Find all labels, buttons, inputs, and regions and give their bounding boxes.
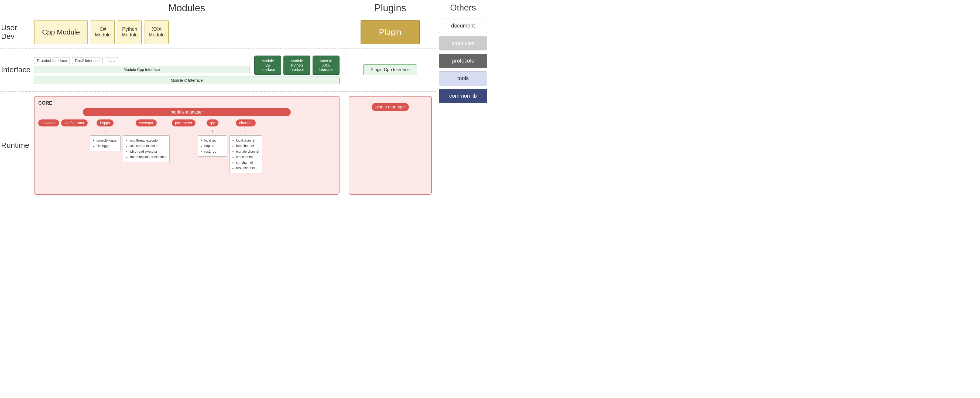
channel-sublist: local channelhttp channeltcp/udp channel… (229, 135, 262, 173)
cpp-module-box: Cpp Module (34, 20, 88, 44)
configurator-col: configurator (61, 119, 88, 126)
sublist-item: http channel (236, 143, 259, 148)
sections-wrapper: Cpp Module C# Module Python Module XXX M… (30, 16, 436, 199)
others-item-protocols[interactable]: protocols (439, 54, 487, 68)
parameter-pill: parameter (172, 119, 196, 126)
main-container: User Dev Interface Runtime Modules Plugi… (0, 0, 490, 199)
rpc-sublist: local rpchttp rpcros2 rpc (198, 135, 228, 157)
userdev-modules-row: Cpp Module C# Module Python Module XXX M… (30, 16, 344, 49)
label-interface: Interface (0, 49, 30, 92)
ellipsis-box: .... .. (105, 57, 118, 64)
interface-left: Protobuf Interface Ros2 Interface .... .… (34, 57, 250, 73)
sublist-item: tbb thread executor (129, 149, 167, 154)
others-column: Others documentexamplesprotocolstoolscom… (436, 0, 490, 199)
sublist-item: file logger (97, 143, 118, 148)
allocator-col: allocator (38, 119, 59, 126)
core-label: CORE (38, 100, 335, 106)
rpc-pill: rpc (207, 119, 218, 126)
others-item-examples[interactable]: examples (439, 36, 487, 51)
logger-sublist: console loggerfile logger (90, 135, 121, 151)
channel-arrow: ↓ (245, 128, 247, 134)
module-cs-interface-box: Module C# Interface (254, 56, 281, 75)
logger-arrow: ↓ (104, 128, 106, 134)
module-cpp-interface-box: Module Cpp Interface (34, 66, 250, 73)
logger-col: logger ↓ console loggerfile logger (90, 119, 121, 151)
others-item-tools[interactable]: tools (439, 71, 487, 86)
cs-module-box: C# Module (91, 20, 115, 44)
others-items: documentexamplesprotocolstoolscommon lib (439, 19, 487, 106)
sublist-item: asio strand executor (129, 143, 167, 148)
sublist-item: lcm channel (236, 154, 259, 160)
sublist-item: time manipulator executor (129, 154, 167, 160)
header-row: Modules Plugins (30, 0, 436, 16)
runtime-modules-row: CORE module manager allocator configurat… (30, 92, 344, 199)
rpc-arrow: ↓ (211, 128, 213, 134)
others-item-document[interactable]: document (439, 19, 487, 33)
runtime-plugins: plugin manager (344, 92, 436, 199)
module-c-interface-box: Module C Interface (34, 76, 339, 84)
rpc-col: rpc ↓ local rpchttp rpcros2 rpc (198, 119, 228, 157)
plugin-manager-bar: plugin manager (372, 103, 409, 111)
module-xxx-interface-box: Module XXX Interface (313, 56, 339, 75)
executor-sublist: asio thread executorasio strand executor… (123, 135, 170, 162)
interface-right: Module C# Interface Module Python Interf… (254, 56, 339, 75)
allocator-pill: allocator (38, 119, 59, 126)
label-runtime: Runtime (0, 92, 30, 199)
sublist-item: tcp/udp channel (236, 149, 259, 154)
xxx-module-box: XXX Module (145, 20, 169, 44)
ros2-interface-box: Ros2 Interface (72, 57, 102, 64)
executor-arrow: ↓ (145, 128, 147, 134)
runtime-core-box: CORE module manager allocator configurat… (34, 96, 339, 195)
interface-modules-row: Protobuf Interface Ros2 Interface .... .… (30, 49, 344, 92)
plugin-cpp-interface-box: Plugin Cpp Interface (363, 64, 417, 75)
sublist-item: asio thread executor (129, 138, 167, 143)
plugin-box: Plugin (361, 20, 420, 44)
sublist-item: local channel (236, 138, 259, 143)
sublist-item: local rpc (204, 138, 224, 143)
module-python-interface-box: Module Python Interface (283, 56, 310, 75)
executor-pill: executor (136, 119, 157, 126)
others-item-common-lib[interactable]: common lib (439, 89, 487, 103)
plugin-manager-inner: plugin manager (353, 100, 428, 190)
interface-plugins-row: Plugin Cpp Interface (344, 49, 436, 92)
others-header: Others (439, 3, 487, 15)
content-area: Modules Plugins Cpp Module C# Module Pyt… (30, 0, 436, 199)
plugins-header: Plugins (344, 0, 436, 16)
modules-column: Cpp Module C# Module Python Module XXX M… (30, 16, 344, 199)
python-module-box: Python Module (118, 20, 142, 44)
runtime-components: allocator configurator logger ↓ (38, 119, 335, 173)
executor-col: executor ↓ asio thread executorasio stra… (123, 119, 170, 162)
sublist-item: sm channel (236, 160, 259, 165)
configurator-pill: configurator (61, 119, 88, 126)
sublist-item: ros2 rpc (204, 149, 224, 154)
modules-header: Modules (30, 0, 344, 16)
channel-pill: channel (236, 119, 256, 126)
userdev-plugins-row: Plugin (344, 16, 436, 49)
label-column: User Dev Interface Runtime (0, 0, 30, 199)
logger-pill: logger (97, 119, 113, 126)
runtime-plugins-row: plugin manager (344, 92, 436, 199)
label-userdev: User Dev (0, 16, 30, 49)
runtime-modules: CORE module manager allocator configurat… (30, 92, 344, 199)
sublist-item: console logger (97, 138, 118, 143)
sublist-item: http rpc (204, 143, 224, 148)
parameter-col: parameter (172, 119, 196, 126)
runtime-plugin-box: plugin manager (349, 96, 432, 195)
interface-top: Protobuf Interface Ros2 Interface .... .… (34, 56, 339, 75)
protobuf-interface-box: Protobuf Interface (34, 57, 70, 64)
header-spacer (0, 0, 30, 16)
sublist-item: ros2 channel (236, 165, 259, 171)
plugins-column: Plugin Plugin Cpp Interface plugin manag… (344, 16, 436, 199)
channel-col: channel ↓ local channelhttp channeltcp/u… (229, 119, 262, 173)
module-manager-bar: module manager (83, 108, 291, 116)
